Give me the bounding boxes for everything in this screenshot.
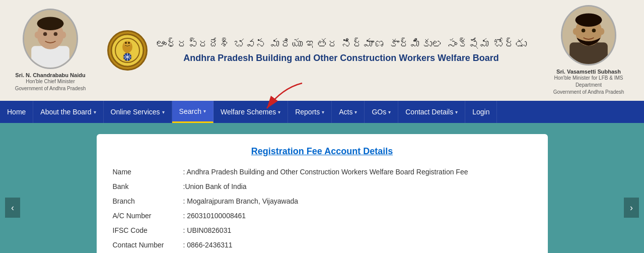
row-label: Bank — [113, 181, 183, 192]
svg-point-26 — [600, 28, 604, 35]
info-card: Registration Fee Account Details Name : … — [96, 133, 549, 253]
search-chevron-icon: ▾ — [203, 108, 206, 114]
acts-chevron-icon: ▾ — [354, 109, 357, 115]
row-label: Name — [113, 167, 183, 177]
row-label: A/C Number — [113, 211, 183, 221]
page-header: Sri. N. Chandrababu Naidu Hon'ble Chief … — [0, 0, 644, 101]
carousel-prev-button[interactable]: ‹ — [5, 198, 20, 218]
nav-login[interactable]: Login — [465, 101, 497, 123]
row-label: Contact Number — [113, 240, 183, 250]
svg-point-24 — [592, 29, 596, 33]
nav-online-services[interactable]: Online Services ▾ — [104, 101, 172, 123]
nav-about[interactable]: About the Board ▾ — [33, 101, 103, 123]
about-chevron-icon: ▾ — [94, 109, 96, 115]
left-person-name: Sri. N. Chandrababu Naidu — [15, 72, 85, 78]
left-person-avatar — [23, 9, 78, 69]
svg-point-5 — [54, 32, 58, 36]
svg-point-25 — [573, 28, 578, 35]
nav-search[interactable]: Search ▾ — [172, 101, 213, 123]
nav-home[interactable]: Home — [0, 101, 33, 123]
nav-acts[interactable]: Acts ▾ — [332, 101, 365, 123]
card-title: Registration Fee Account Details — [113, 146, 532, 157]
table-row: Contact Number : 0866-2436311 — [113, 240, 532, 250]
nav-reports[interactable]: Reports ▾ — [288, 101, 332, 123]
right-person-block: Sri. Vasamsetti Subhash Hon'ble Minister… — [543, 5, 634, 96]
right-person-title: Hon'ble Minister for LFB & IMS Departmen… — [543, 75, 634, 96]
header-center: ఆంధ్రప్రదేశ్ భవన మరియు ఇతర నిర్మాణ కార్మ… — [91, 30, 543, 71]
row-value: :Union Bank of India — [183, 181, 532, 192]
table-row: Branch : Mogalrajpuram Branch, Vijayawad… — [113, 196, 532, 207]
welfare-chevron-icon: ▾ — [278, 109, 280, 115]
board-logo — [107, 30, 148, 71]
svg-point-6 — [35, 32, 39, 38]
svg-point-4 — [43, 32, 47, 36]
carousel-next-button[interactable]: › — [624, 198, 639, 218]
row-value: : Mogalrajpuram Branch, Vijayawada — [183, 196, 532, 207]
contact-chevron-icon: ▾ — [455, 109, 458, 115]
svg-point-23 — [582, 29, 586, 33]
logo-row: ఆంధ్రప్రదేశ్ భవన మరియు ఇతర నిర్మాణ కార్మ… — [107, 30, 527, 71]
svg-point-22 — [576, 14, 602, 27]
row-value: : UBIN0826031 — [183, 225, 532, 236]
title-block: ఆంధ్రప్రదేశ్ భవన మరియు ఇతర నిర్మాణ కార్మ… — [156, 38, 527, 64]
nav-gos[interactable]: GOs ▾ — [365, 101, 398, 123]
svg-point-12 — [125, 42, 127, 44]
navbar: Home About the Board ▾ Online Services ▾… — [0, 101, 644, 123]
svg-point-3 — [37, 17, 64, 30]
row-value: : 260310100008461 — [183, 211, 532, 221]
online-services-chevron-icon: ▾ — [162, 109, 165, 115]
row-label: IFSC Code — [113, 225, 183, 236]
table-row: IFSC Code : UBIN0826031 — [113, 225, 532, 236]
svg-point-7 — [61, 32, 66, 38]
gos-chevron-icon: ▾ — [388, 109, 391, 115]
table-row: Bank :Union Bank of India — [113, 181, 532, 192]
right-person-name: Sri. Vasamsetti Subhash — [556, 69, 621, 75]
content-area: ‹ Registration Fee Account Details Name … — [0, 123, 644, 253]
nav-contact[interactable]: Contact Details ▾ — [398, 101, 465, 123]
info-table: Name : Andhra Pradesh Building and Other… — [113, 167, 532, 253]
left-person-title: Hon'ble Chief Minister Government of And… — [15, 78, 86, 92]
svg-point-13 — [128, 42, 130, 44]
reports-chevron-icon: ▾ — [322, 109, 324, 115]
left-person-block: Sri. N. Chandrababu Naidu Hon'ble Chief … — [10, 9, 91, 92]
table-row: A/C Number : 260310100008461 — [113, 211, 532, 221]
row-label: Branch — [113, 196, 183, 207]
nav-welfare-schemes[interactable]: Welfare Schemes ▾ — [213, 101, 288, 123]
english-title: Andhra Pradesh Building and Other Constr… — [156, 53, 527, 64]
row-value: : 0866-2436311 — [183, 240, 532, 250]
row-value: : Andhra Pradesh Building and Other Cons… — [183, 167, 532, 177]
table-row: Name : Andhra Pradesh Building and Other… — [113, 167, 532, 177]
right-person-avatar — [561, 5, 616, 66]
telugu-title: ఆంధ్రప్రదేశ్ భవన మరియు ఇతర నిర్మాణ కార్మ… — [156, 38, 527, 51]
